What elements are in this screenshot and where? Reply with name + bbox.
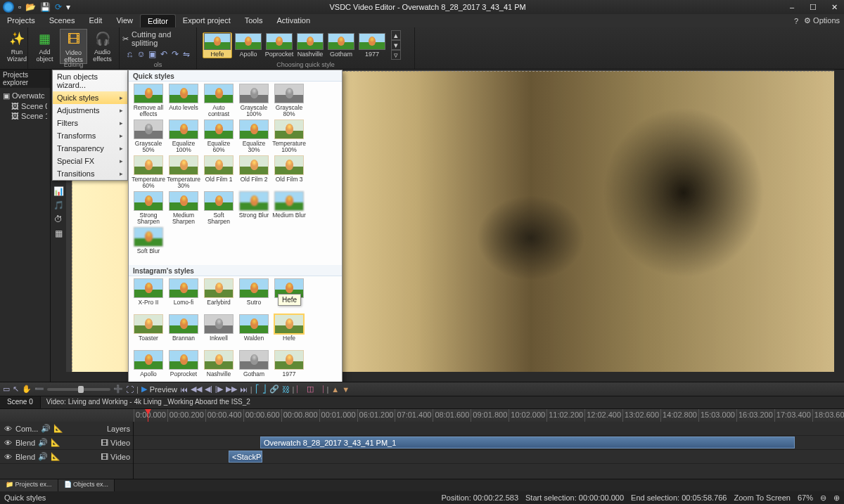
- gallery-item-grayscale-50-[interactable]: Grayscale 50%: [132, 119, 165, 153]
- frame-fwd-icon[interactable]: |▶: [215, 385, 223, 394]
- gallery-item-earlybird[interactable]: Earlybird: [202, 278, 236, 312]
- gallery-item-medium-sharpen[interactable]: Medium Sharpen: [167, 191, 200, 225]
- quickstyle-gotham[interactable]: Gotham: [326, 33, 356, 58]
- tree-root[interactable]: ▣ Overwatc: [3, 91, 47, 101]
- tree-scene-1[interactable]: 🖼 Scene 1: [3, 111, 47, 121]
- vertical-scrollbar[interactable]: [834, 70, 844, 382]
- gallery-more-icon[interactable]: ▿: [391, 50, 401, 60]
- gallery-item-brannan[interactable]: Brannan: [167, 314, 200, 348]
- counter-tool-icon[interactable]: ⏱: [52, 213, 65, 226]
- gallery-item-soft-blur[interactable]: Soft Blur: [132, 227, 165, 261]
- quickstyle-hefe[interactable]: Hefe: [203, 32, 232, 58]
- open-icon[interactable]: 📂: [25, 2, 36, 12]
- gallery-up-icon[interactable]: ▴: [391, 30, 401, 40]
- new-icon[interactable]: ▫: [18, 2, 21, 12]
- gallery-item-temperature-30-[interactable]: Temperature 30%: [167, 155, 200, 189]
- gallery-item-equalize-60-[interactable]: Equalize 60%: [202, 119, 236, 153]
- zoom-in-icon[interactable]: ➕: [113, 385, 123, 394]
- gallery-item-old-film-1[interactable]: Old Film 1: [202, 155, 236, 189]
- menu-export[interactable]: Export project: [176, 14, 238, 27]
- video-effects-button[interactable]: 🎞 Video effects: [60, 29, 87, 64]
- frame-back-icon[interactable]: ◀|: [205, 385, 212, 394]
- clip-stackpan[interactable]: <StackPan: [229, 451, 262, 463]
- gallery-item-toaster[interactable]: Toaster: [132, 314, 165, 348]
- quickstyle-1977[interactable]: 1977: [357, 33, 387, 58]
- refresh-icon[interactable]: ⟳: [55, 2, 62, 12]
- gallery-item-apollo[interactable]: Apollo: [132, 350, 165, 382]
- gallery-item-x-pro-ii[interactable]: X-Pro II: [132, 278, 165, 312]
- gallery-item-old-film-2[interactable]: Old Film 2: [237, 155, 271, 189]
- rotate-left-icon[interactable]: ↶: [160, 49, 168, 60]
- menu-transforms[interactable]: Transforms▸: [53, 129, 127, 142]
- gallery-item-temperature-100-[interactable]: Temperature 100%: [272, 119, 306, 153]
- clip-overwatch[interactable]: Overwatch 8_28_2017 3_43_41 PM_1: [260, 437, 795, 448]
- run-wizard-button[interactable]: ✨ Run Wizard: [3, 29, 31, 63]
- goto-start-icon[interactable]: ⏮: [180, 385, 188, 394]
- tl-rect-icon[interactable]: ▭: [3, 385, 10, 394]
- tl-pointer-icon[interactable]: ↖: [13, 385, 19, 394]
- menu-adjustments[interactable]: Adjustments▸: [53, 104, 127, 117]
- maximize-button[interactable]: ☐: [806, 3, 820, 12]
- options-button[interactable]: ⚙ Options: [804, 16, 840, 25]
- gallery-item-hefe[interactable]: Hefe: [272, 314, 306, 348]
- gallery-item-lomo-fi[interactable]: Lomo-fi: [167, 278, 200, 312]
- gallery-item-remove-all-effects[interactable]: Remove all effects: [132, 84, 165, 117]
- track-header-video-1[interactable]: 👁Blend🔊📐 🎞Video: [0, 436, 133, 450]
- menu-quick-styles[interactable]: Quick styles▸: [53, 91, 127, 104]
- gallery-item-nashville[interactable]: Nashville: [202, 350, 236, 382]
- quickstyle-apollo[interactable]: Apollo: [234, 33, 263, 58]
- track-header-video-2[interactable]: 👁Blend🔊📐 🎞Video: [0, 450, 133, 464]
- track-lanes[interactable]: Overwatch 8_28_2017 3_43_41 PM_1 <StackP…: [134, 422, 844, 479]
- menu-transitions[interactable]: Transitions▸: [53, 167, 127, 180]
- audio-effects-button[interactable]: 🎧 Audio effects: [89, 29, 116, 64]
- gallery-item-strong-blur[interactable]: Strong Blur: [237, 191, 271, 225]
- gallery-item-medium-blur[interactable]: Medium Blur: [272, 191, 306, 225]
- gallery-item-1977[interactable]: 1977: [272, 350, 306, 382]
- audio-tool-icon[interactable]: 🎵: [52, 199, 65, 212]
- gallery-item-old-film-3[interactable]: Old Film 3: [272, 155, 306, 189]
- menu-scenes[interactable]: Scenes: [42, 14, 82, 27]
- scene-tab-0[interactable]: Scene 0: [0, 396, 41, 408]
- align-left-icon[interactable]: ⎸: [297, 385, 304, 394]
- menu-view[interactable]: View: [109, 14, 140, 27]
- menu-tools[interactable]: Tools: [238, 14, 270, 27]
- order-back-icon[interactable]: ▼: [342, 385, 350, 394]
- align-center-icon[interactable]: ◫: [307, 385, 314, 394]
- track-header-composition[interactable]: 👁Com...🔊📐 Layers: [0, 422, 133, 436]
- gallery-item-gotham[interactable]: Gotham: [237, 350, 271, 382]
- trim-icon[interactable]: ⎊: [136, 49, 145, 60]
- gallery-item-auto-levels[interactable]: Auto levels: [167, 84, 200, 117]
- bottom-tab-objects[interactable]: 📄 Objects ex...: [58, 479, 115, 491]
- quickstyle-poprocket[interactable]: Poprocket: [264, 33, 294, 58]
- animation-tool-icon[interactable]: ▦: [52, 227, 65, 240]
- gallery-item-walden[interactable]: Walden: [237, 314, 271, 348]
- menu-run-objects-wizard[interactable]: Run objects wizard...: [53, 70, 127, 91]
- step-back-icon[interactable]: ◀◀: [191, 385, 202, 394]
- gallery-down-icon[interactable]: ▾: [391, 40, 401, 50]
- help-button[interactable]: ?: [794, 17, 798, 25]
- play-icon[interactable]: ▶: [141, 385, 147, 394]
- menu-edit[interactable]: Edit: [82, 14, 109, 27]
- minimize-button[interactable]: –: [785, 3, 799, 12]
- gallery-item-auto-contrast[interactable]: Auto contrast: [202, 84, 236, 117]
- timeline-ruler[interactable]: 0:00.00000:00.20000:00.40000:00.60000:00…: [0, 409, 844, 422]
- status-zoom-in-icon[interactable]: ⊕: [833, 493, 840, 503]
- status-zoom-out-icon[interactable]: ⊖: [820, 493, 826, 503]
- zoom-fit-icon[interactable]: ⛶: [126, 385, 134, 394]
- close-button[interactable]: ✕: [827, 3, 841, 12]
- add-object-button[interactable]: ▦ Add object: [31, 29, 58, 64]
- tree-scene-0[interactable]: 🖼 Scene 0: [3, 101, 47, 111]
- status-zoom-label[interactable]: Zoom To Screen: [734, 493, 791, 503]
- playhead[interactable]: [148, 409, 148, 422]
- crop-icon[interactable]: ▣: [148, 49, 156, 60]
- gallery-item-equalize-30-[interactable]: Equalize 30%: [237, 119, 271, 153]
- goto-end-icon[interactable]: ⏭: [240, 385, 248, 394]
- scissors-icon[interactable]: ✂: [122, 34, 129, 44]
- menu-activation[interactable]: Activation: [269, 14, 317, 27]
- gallery-item-equalize-100-[interactable]: Equalize 100%: [167, 119, 200, 153]
- gallery-item-poprocket[interactable]: Poprocket: [167, 350, 200, 382]
- marker-in-icon[interactable]: ⎡: [255, 385, 260, 394]
- gallery-item-strong-sharpen[interactable]: Strong Sharpen: [132, 191, 165, 225]
- gallery-item-inkwell[interactable]: Inkwell: [202, 314, 236, 348]
- zoom-slider[interactable]: [47, 388, 110, 391]
